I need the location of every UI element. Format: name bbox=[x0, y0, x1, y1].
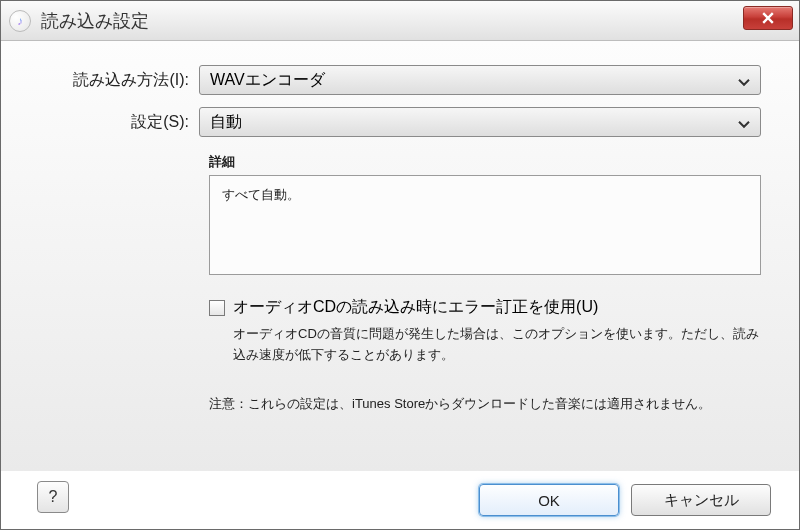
setting-row: 設定(S): 自動 bbox=[39, 107, 761, 137]
import-using-dropdown[interactable]: WAVエンコーダ bbox=[199, 65, 761, 95]
button-bar: ? OK キャンセル bbox=[1, 471, 799, 529]
chevron-down-icon bbox=[738, 115, 750, 133]
import-using-label: 読み込み方法(I): bbox=[39, 70, 199, 91]
setting-value: 自動 bbox=[210, 112, 242, 133]
dialog-content: 読み込み方法(I): WAVエンコーダ 設定(S): 自動 詳細 すべて自動。 bbox=[1, 41, 799, 471]
ok-button-label: OK bbox=[538, 492, 560, 509]
titlebar: ♪ 読み込み設定 bbox=[1, 1, 799, 41]
details-text: すべて自動。 bbox=[222, 187, 300, 202]
setting-dropdown[interactable]: 自動 bbox=[199, 107, 761, 137]
cancel-button-label: キャンセル bbox=[664, 491, 739, 510]
window-title: 読み込み設定 bbox=[41, 9, 149, 33]
details-section: 詳細 すべて自動。 オーディオCDの読み込み時にエラー訂正を使用(U) オーディ… bbox=[209, 149, 761, 414]
details-heading: 詳細 bbox=[209, 153, 761, 171]
close-icon bbox=[762, 12, 774, 24]
setting-label: 設定(S): bbox=[39, 112, 199, 133]
import-using-row: 読み込み方法(I): WAVエンコーダ bbox=[39, 65, 761, 95]
itunes-icon: ♪ bbox=[9, 10, 31, 32]
help-button-label: ? bbox=[49, 488, 58, 506]
help-button[interactable]: ? bbox=[37, 481, 69, 513]
chevron-down-icon bbox=[738, 73, 750, 91]
ok-button[interactable]: OK bbox=[479, 484, 619, 516]
error-correction-label: オーディオCDの読み込み時にエラー訂正を使用(U) bbox=[233, 297, 598, 318]
error-correction-help: オーディオCDの音質に問題が発生した場合は、このオプションを使います。ただし、読… bbox=[233, 324, 761, 366]
error-correction-checkbox[interactable] bbox=[209, 300, 225, 316]
cancel-button[interactable]: キャンセル bbox=[631, 484, 771, 516]
close-button[interactable] bbox=[743, 6, 793, 30]
import-using-value: WAVエンコーダ bbox=[210, 70, 325, 91]
store-note: 注意：これらの設定は、iTunes Storeからダウンロードした音楽には適用さ… bbox=[209, 394, 761, 415]
error-correction-row: オーディオCDの読み込み時にエラー訂正を使用(U) bbox=[209, 297, 761, 318]
details-box: すべて自動。 bbox=[209, 175, 761, 275]
import-settings-dialog: ♪ 読み込み設定 読み込み方法(I): WAVエンコーダ 設定(S): 自動 bbox=[0, 0, 800, 530]
